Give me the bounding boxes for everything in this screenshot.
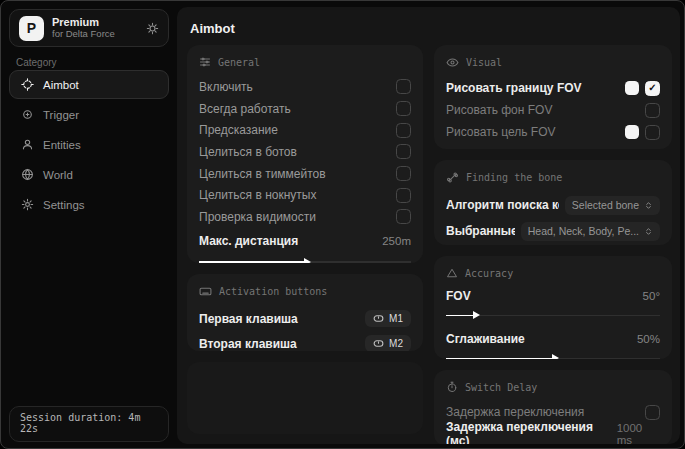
- accuracy-panel-header: Accuracy: [446, 267, 660, 279]
- panel-title: Accuracy: [465, 268, 513, 279]
- slider-thumb[interactable]: [552, 354, 559, 359]
- checkbox[interactable]: [396, 188, 411, 203]
- visual-controls: [625, 81, 660, 96]
- smoothing-slider[interactable]: [446, 354, 660, 359]
- general-panel-header: General: [199, 56, 411, 68]
- bone-icon: [446, 171, 459, 184]
- finding-bone-panel-header: Finding the bone: [446, 171, 660, 184]
- checkbox[interactable]: [396, 123, 411, 138]
- page-title: Aimbot: [190, 21, 235, 36]
- color-swatch[interactable]: [625, 125, 639, 139]
- activation-panel: Activation buttons Первая клавиша M1: [187, 274, 423, 351]
- sidebar-item-aimbot[interactable]: Aimbot: [9, 70, 169, 99]
- fov-slider[interactable]: [446, 311, 660, 320]
- brand-card[interactable]: P Premium for Delta Force: [9, 9, 169, 47]
- tune-icon: [199, 56, 211, 68]
- sidebar: P Premium for Delta Force Category: [1, 1, 177, 448]
- panel-title: Finding the bone: [466, 172, 562, 183]
- visual-controls: [625, 125, 660, 140]
- bone-algorithm-select[interactable]: Selected bone: [565, 196, 660, 215]
- keyboard-icon: [199, 285, 212, 298]
- sidebar-item-entities[interactable]: Entities: [9, 130, 169, 159]
- smoothing-value: 50%: [637, 333, 660, 345]
- checkbox[interactable]: [396, 101, 411, 116]
- switch-delay-panel: Switch Delay Задержка переключения Задер…: [434, 370, 672, 444]
- sidebar-nav: Aimbot Trigger Entities: [9, 70, 169, 219]
- eye-icon: [446, 56, 459, 69]
- setting-row: Целиться в ботов: [199, 141, 411, 163]
- switch-delay-value: 1000 ms: [617, 422, 660, 444]
- brand-subtitle: for Delta Force: [52, 29, 115, 40]
- globe-icon: [21, 168, 34, 181]
- keybind-button[interactable]: M1: [365, 310, 411, 327]
- trigger-icon: [21, 108, 34, 121]
- select-value: Selected bone: [572, 199, 639, 211]
- mouse-icon: [373, 338, 384, 349]
- unfold-icon: [644, 227, 653, 236]
- sidebar-item-label: Aimbot: [43, 79, 79, 91]
- color-swatch[interactable]: [625, 81, 639, 95]
- checkbox[interactable]: [396, 79, 411, 94]
- max-distance-label: Макс. дистанция: [199, 234, 298, 248]
- setting-row: Проверка видимости: [199, 206, 411, 228]
- visual-label: Рисовать цель FOV: [446, 125, 556, 139]
- smoothing-label: Сглаживание: [446, 332, 525, 346]
- keybind-label: Вторая клавиша: [199, 337, 297, 351]
- app-window: P Premium for Delta Force Category: [0, 0, 685, 449]
- panel-title: Activation buttons: [219, 286, 327, 297]
- setting-label: Проверка видимости: [199, 210, 316, 224]
- max-distance-slider[interactable]: [199, 258, 411, 263]
- empty-panel: [187, 362, 423, 434]
- switch-delay-toggle-label: Задержка переключения: [446, 405, 584, 419]
- smoothing-row: Сглаживание 50%: [446, 330, 660, 348]
- setting-label: Целиться в тиммейтов: [199, 167, 326, 181]
- bone-label: Алгоритм поиска костей: [446, 198, 559, 212]
- setting-row: Целиться в тиммейтов: [199, 163, 411, 185]
- checkbox[interactable]: [645, 81, 660, 96]
- setting-label: Предсказание: [199, 123, 278, 137]
- sidebar-item-label: Entities: [43, 139, 81, 151]
- category-label: Category: [16, 57, 57, 68]
- checkbox[interactable]: [396, 166, 411, 181]
- switch-delay-label: Задержка переключения (мс): [446, 420, 617, 444]
- setting-label: Целиться в ботов: [199, 145, 297, 159]
- sidebar-item-trigger[interactable]: Trigger: [9, 100, 169, 129]
- entities-icon: [21, 138, 34, 151]
- visual-label: Рисовать фон FOV: [446, 103, 552, 117]
- slider-fill: [199, 261, 305, 263]
- visual-row: Рисовать границу FOV: [446, 77, 660, 99]
- keybind-value: M2: [389, 338, 403, 349]
- sidebar-item-label: Settings: [43, 199, 85, 211]
- checkbox[interactable]: [645, 125, 660, 140]
- session-duration: Session duration: 4m 22s: [20, 412, 158, 434]
- panel-title: Visual: [466, 57, 502, 68]
- triangle-icon: [446, 267, 458, 279]
- gear-icon[interactable]: [146, 22, 159, 35]
- session-card: Session duration: 4m 22s: [9, 406, 169, 442]
- main-content: Aimbot General Включить: [177, 7, 680, 444]
- max-distance-value: 250m: [382, 235, 411, 247]
- brand-logo: P: [19, 16, 44, 41]
- fov-row: FOV 50°: [446, 287, 660, 305]
- max-distance-row: Макс. дистанция 250m: [199, 230, 411, 252]
- checkbox[interactable]: [396, 144, 411, 159]
- setting-row: Всегда работать: [199, 98, 411, 120]
- slider-thumb[interactable]: [304, 258, 311, 263]
- setting-row: Включить: [199, 76, 411, 98]
- slider-thumb[interactable]: [473, 311, 480, 319]
- checkbox[interactable]: [645, 405, 660, 420]
- visual-controls: [645, 103, 660, 118]
- checkbox[interactable]: [396, 209, 411, 224]
- setting-label: Включить: [199, 80, 253, 94]
- selected-bones-select[interactable]: Head, Neck, Body, Pe...: [521, 222, 660, 241]
- select-value: Head, Neck, Body, Pe...: [528, 225, 639, 237]
- panel-title: Switch Delay: [465, 382, 537, 393]
- keybind-button[interactable]: M2: [365, 335, 411, 351]
- brand-text: Premium for Delta Force: [52, 16, 115, 40]
- finding-bone-panel: Finding the bone Алгоритм поиска костей …: [434, 160, 672, 245]
- keybind-value: M1: [389, 313, 403, 324]
- slider-fill: [446, 315, 474, 317]
- sidebar-item-world[interactable]: World: [9, 160, 169, 189]
- sidebar-item-settings[interactable]: Settings: [9, 190, 169, 219]
- checkbox[interactable]: [645, 103, 660, 118]
